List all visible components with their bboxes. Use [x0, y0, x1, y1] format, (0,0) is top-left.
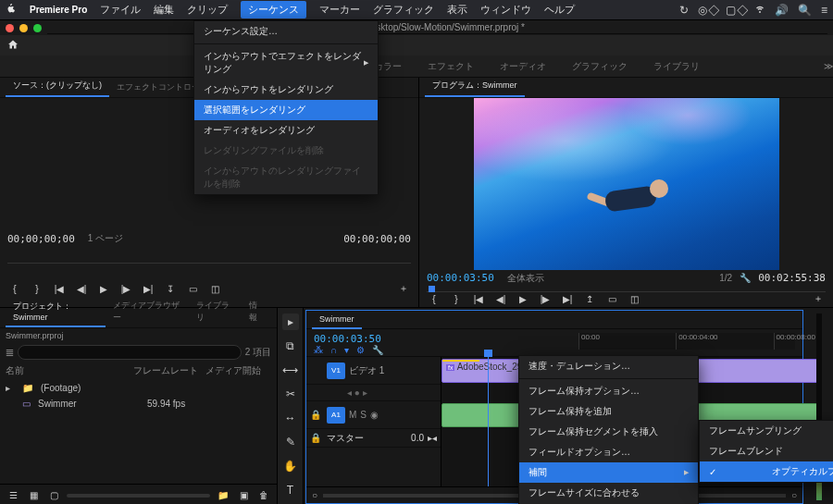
link-icon[interactable]: ∩ — [330, 345, 337, 355]
insert-icon[interactable]: ↧ — [163, 281, 178, 296]
col-framerate[interactable]: フレームレート — [133, 364, 198, 377]
spotlight-icon[interactable]: 🔍 — [798, 4, 812, 17]
goto-in-icon[interactable]: |◀ — [52, 281, 67, 296]
prg-export-icon[interactable]: ◫ — [627, 291, 641, 306]
maximize-window-button[interactable] — [33, 24, 42, 32]
cc-icon[interactable]: ◎ — [698, 4, 707, 17]
play-icon[interactable]: ▶ — [96, 281, 111, 296]
ctx-field-opts[interactable]: フィールドオプション… — [519, 442, 698, 462]
prg-step-back-icon[interactable]: ◀| — [493, 291, 508, 306]
menu-window[interactable]: ウィンドウ — [480, 3, 531, 17]
home-icon[interactable] — [7, 38, 19, 53]
menu-graphics[interactable]: グラフィック — [373, 3, 434, 17]
selection-tool-icon[interactable]: ▸ — [282, 313, 299, 330]
volume-icon[interactable]: 🔊 — [775, 4, 789, 17]
source-page[interactable]: 1 ページ — [88, 232, 123, 245]
seq-render-audio[interactable]: オーディオをレンダリング — [194, 120, 378, 141]
menu-sequence[interactable]: シーケンス — [241, 1, 306, 18]
ws-audio[interactable]: オーディオ — [496, 56, 550, 77]
project-tab[interactable]: プロジェクト：Swimmer — [6, 297, 106, 327]
overwrite-icon[interactable]: ▭ — [185, 281, 200, 296]
ctx-add-frame-hold[interactable]: フレーム保持を追加 — [519, 401, 698, 422]
prg-goto-in-icon[interactable]: |◀ — [471, 291, 486, 306]
project-row-footage[interactable]: ▸📁 (Footage) — [0, 380, 277, 396]
tl-zoom-in-icon[interactable]: ○ — [791, 490, 797, 500]
program-tab[interactable]: プログラム：Swimmer — [425, 76, 525, 97]
hand-tool-icon[interactable]: ✋ — [282, 458, 299, 474]
ctx-frame-hold-opts[interactable]: フレーム保持オプション… — [519, 381, 698, 401]
project-row-swimmer[interactable]: ▭ Swimmer 59.94 fps — [0, 396, 277, 412]
timeline-tab[interactable]: Swimmer — [312, 311, 362, 329]
prg-step-fwd-icon[interactable]: |▶ — [538, 291, 553, 306]
col-name[interactable]: 名前 — [6, 364, 126, 377]
media-browser-tab[interactable]: メディアブラウザー — [106, 296, 189, 327]
ctx-insert-hold-seg[interactable]: フレーム保持セグメントを挿入 — [519, 422, 698, 442]
freeform-icon[interactable]: ▢ — [46, 488, 61, 503]
program-res[interactable]: 1/2 — [719, 273, 732, 283]
mark-in-icon[interactable]: { — [7, 281, 22, 296]
source-ruler[interactable] — [7, 257, 411, 270]
tl-zoom-out-icon[interactable]: ○ — [312, 490, 317, 500]
ctx-speed[interactable]: 速度・デュレーション… — [519, 356, 698, 376]
new-item-icon[interactable]: ▣ — [236, 488, 251, 503]
seq-render-selection[interactable]: 選択範囲をレンダリング — [194, 100, 378, 120]
ws-library[interactable]: ライブラリ — [650, 56, 703, 77]
new-bin-icon[interactable]: 📁 — [216, 488, 230, 503]
src-settings-icon[interactable]: ＋ — [396, 281, 411, 296]
settings-icon[interactable]: ⚙ — [356, 345, 365, 355]
menu-clip[interactable]: クリップ — [187, 3, 228, 17]
v1-header[interactable]: V1 ビデオ 1 — [306, 357, 441, 385]
close-window-button[interactable] — [6, 24, 14, 32]
seq-settings[interactable]: シーケンス設定… — [194, 21, 378, 42]
apple-icon[interactable] — [6, 3, 17, 17]
ws-effects[interactable]: エフェクト — [424, 56, 478, 77]
wrench-icon[interactable]: 🔧 — [738, 271, 752, 286]
menu-help[interactable]: ヘルプ — [544, 3, 575, 17]
timeline-ruler[interactable]: 00:00 00:00:04:00 00:00:08:00 — [578, 333, 795, 350]
goto-out-icon[interactable]: ▶| — [141, 281, 155, 296]
track-select-tool-icon[interactable]: ⧉ — [282, 338, 299, 354]
workspace-overflow-icon[interactable]: ≫ — [824, 61, 833, 71]
wifi-icon[interactable] — [754, 3, 765, 17]
program-tc[interactable]: 00:00:03:50 — [427, 272, 494, 284]
prg-settings-icon[interactable]: ＋ — [811, 291, 826, 306]
minimize-window-button[interactable] — [19, 24, 28, 32]
library-tab[interactable]: ライブラリ — [189, 296, 242, 327]
ctx-scale-to-frame[interactable]: フレームサイズに合わせる — [519, 483, 698, 503]
source-tab-none[interactable]: ソース：(クリップなし) — [6, 76, 109, 97]
zoom-slider[interactable] — [67, 494, 210, 498]
sync-icon[interactable]: ↻ — [679, 4, 689, 17]
marker-icon[interactable]: ▾ — [344, 345, 349, 355]
a1-header[interactable]: 🔒A1 MS◉ — [306, 401, 441, 429]
slip-tool-icon[interactable]: ↔ — [282, 410, 299, 426]
type-tool-icon[interactable]: T — [282, 482, 299, 498]
interp-frame-sampling[interactable]: フレームサンプリング — [700, 421, 833, 441]
airplay-icon[interactable]: ▢ — [726, 4, 736, 17]
menu-extra-icon[interactable]: ≡ — [821, 4, 827, 17]
icon-view-icon[interactable]: ▦ — [26, 488, 41, 503]
pen-tool-icon[interactable]: ✎ — [282, 434, 299, 450]
trash-icon[interactable]: 🗑 — [256, 488, 271, 503]
menu-marker[interactable]: マーカー — [319, 3, 360, 17]
prg-extract-icon[interactable]: ▭ — [604, 291, 619, 306]
wrench2-icon[interactable]: 🔧 — [372, 345, 383, 355]
seq-render-in-out-fx[interactable]: インからアウトでエフェクトをレンダリング — [194, 46, 378, 80]
seq-render-in-out[interactable]: インからアウトをレンダリング — [194, 80, 378, 100]
list-view-icon[interactable]: ☰ — [6, 488, 20, 503]
interp-optical-flow[interactable]: ✓ オプティカルフロー — [700, 461, 833, 482]
timeline-playhead[interactable] — [488, 357, 489, 486]
ws-graphics[interactable]: グラフィック — [568, 56, 631, 77]
prg-goto-out-icon[interactable]: ▶| — [560, 291, 575, 306]
razor-tool-icon[interactable]: ✂ — [282, 386, 299, 402]
menu-edit[interactable]: 編集 — [154, 3, 174, 17]
snap-icon[interactable]: ⁂ — [314, 345, 323, 355]
ctx-interpolation[interactable]: 補間 — [519, 462, 698, 483]
program-fit[interactable]: 全体表示 — [507, 272, 544, 285]
project-search[interactable] — [18, 345, 242, 360]
prg-mark-out-icon[interactable]: } — [449, 291, 464, 306]
program-preview[interactable] — [474, 98, 779, 270]
menu-view[interactable]: 表示 — [447, 3, 467, 17]
interp-frame-blend[interactable]: フレームブレンド — [700, 441, 833, 461]
menu-file[interactable]: ファイル — [100, 3, 141, 17]
export-frame-icon[interactable]: ◫ — [207, 281, 222, 296]
